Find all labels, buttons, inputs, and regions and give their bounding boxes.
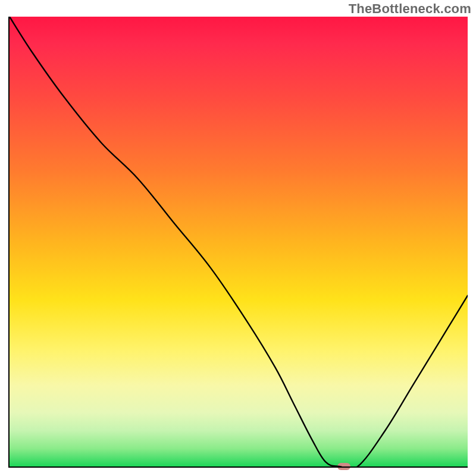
watermark-text: TheBottleneck.com	[349, 1, 471, 17]
heat-gradient-background	[10, 17, 468, 466]
chart-area	[8, 17, 468, 468]
curve-minimum-marker	[337, 463, 350, 470]
